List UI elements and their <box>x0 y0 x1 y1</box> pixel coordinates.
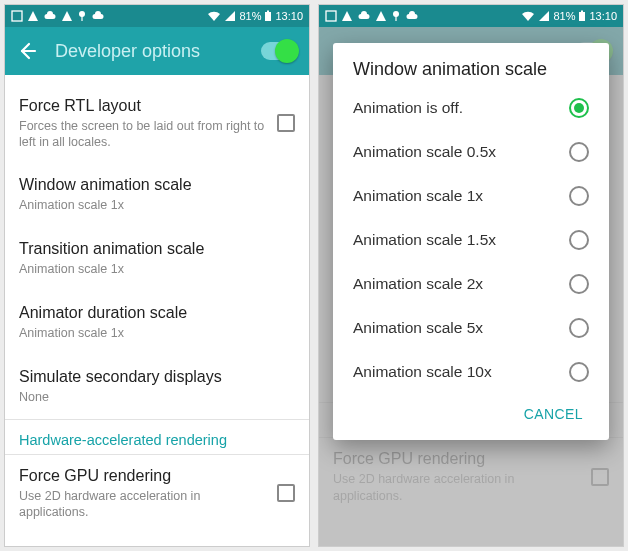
cloud-icon <box>91 10 105 22</box>
cancel-button[interactable]: CANCEL <box>516 400 591 428</box>
radio-option[interactable]: Animation scale 10x <box>333 350 609 394</box>
setting-force-rtl[interactable]: Force RTL layout Forces the screen to be… <box>5 85 309 162</box>
battery-text: 81% <box>553 10 575 22</box>
checkbox[interactable] <box>277 484 295 502</box>
radio-option[interactable]: Animation scale 1.5x <box>333 218 609 262</box>
svg-rect-4 <box>81 16 82 21</box>
location-icon <box>391 10 401 22</box>
checkbox <box>591 468 609 486</box>
screenshot-left: 81% 13:10 Developer options Force RTL la… <box>4 4 310 547</box>
clock-text: 13:10 <box>275 10 303 22</box>
cloud-icon <box>357 10 371 22</box>
status-left <box>11 10 105 22</box>
option-label: Animation scale 0.5x <box>353 143 569 161</box>
radio-icon[interactable] <box>569 362 589 382</box>
setting-title: Force GPU rendering <box>333 449 579 469</box>
setting-title: Transition animation scale <box>19 239 295 259</box>
svg-rect-16 <box>581 11 583 13</box>
setting-title: Force RTL layout <box>19 96 265 116</box>
actionbar: Developer options <box>5 27 309 75</box>
setting-sub: Use 2D hardware acceleration in applicat… <box>333 471 579 504</box>
status-right: 81% 13:10 <box>207 10 303 22</box>
page-title: Developer options <box>55 41 261 62</box>
dialog-window-animation-scale: Window animation scale Animation is off.… <box>333 43 609 440</box>
section-hw-rendering: Hardware-accelerated rendering <box>5 420 309 454</box>
option-label: Animation scale 10x <box>353 363 569 381</box>
cloud-icon <box>43 10 57 22</box>
option-label: Animation scale 2x <box>353 275 569 293</box>
warning-icon <box>341 10 353 22</box>
screenshot-icon <box>11 10 23 22</box>
setting-window-animation[interactable]: Window animation scale Animation scale 1… <box>5 162 309 226</box>
setting-transition-animation[interactable]: Transition animation scale Animation sca… <box>5 226 309 290</box>
setting-sub: Forces the screen to be laid out from ri… <box>19 118 265 151</box>
svg-marker-1 <box>28 11 38 21</box>
battery-icon <box>264 10 272 22</box>
screenshot-icon <box>325 10 337 22</box>
option-label: Animation scale 1.5x <box>353 231 569 249</box>
back-button[interactable] <box>17 41 37 61</box>
statusbar: 81% 13:10 <box>319 5 623 27</box>
setting-sub: None <box>19 389 295 405</box>
dialog-title: Window animation scale <box>333 59 609 86</box>
signal-icon <box>224 10 236 22</box>
option-label: Animation is off. <box>353 99 569 117</box>
setting-title: Window animation scale <box>19 175 295 195</box>
radio-icon[interactable] <box>569 142 589 162</box>
radio-option[interactable]: Animation scale 1x <box>333 174 609 218</box>
radio-icon[interactable] <box>569 230 589 250</box>
radio-option[interactable]: Animation is off. <box>333 86 609 130</box>
radio-icon[interactable] <box>569 318 589 338</box>
checkbox[interactable] <box>277 114 295 132</box>
screenshot-right: 81% 13:10 Developer options Fo le WA TrA… <box>318 4 624 547</box>
warning-icon <box>61 10 73 22</box>
svg-rect-0 <box>12 11 22 21</box>
svg-rect-9 <box>326 11 336 21</box>
radio-option[interactable]: Animation scale 2x <box>333 262 609 306</box>
setting-title: Force GPU rendering <box>19 466 265 486</box>
battery-icon <box>578 10 586 22</box>
clock-text: 13:10 <box>589 10 617 22</box>
svg-marker-10 <box>342 11 352 21</box>
location-icon <box>77 10 87 22</box>
setting-animator-duration[interactable]: Animator duration scale Animation scale … <box>5 290 309 354</box>
signal-icon <box>538 10 550 22</box>
option-label: Animation scale 5x <box>353 319 569 337</box>
clipped-item-sub <box>5 75 309 85</box>
radio-icon[interactable] <box>569 274 589 294</box>
cloud-icon <box>405 10 419 22</box>
svg-rect-13 <box>395 16 396 21</box>
svg-marker-14 <box>539 11 549 21</box>
radio-icon[interactable] <box>569 186 589 206</box>
svg-rect-6 <box>265 12 271 21</box>
setting-sub: Use 2D hardware acceleration in applicat… <box>19 488 265 521</box>
status-right: 81% 13:10 <box>521 10 617 22</box>
svg-marker-11 <box>376 11 386 21</box>
svg-marker-2 <box>62 11 72 21</box>
setting-force-gpu: Force GPU rendering Use 2D hardware acce… <box>319 438 623 515</box>
setting-simulate-displays[interactable]: Simulate secondary displays None <box>5 354 309 418</box>
svg-marker-5 <box>225 11 235 21</box>
settings-list: Force RTL layout Forces the screen to be… <box>5 75 309 531</box>
status-left <box>325 10 419 22</box>
radio-icon[interactable] <box>569 98 589 118</box>
master-toggle[interactable] <box>261 42 297 60</box>
warning-icon <box>27 10 39 22</box>
dialog-actions: CANCEL <box>333 394 609 432</box>
wifi-icon <box>521 10 535 22</box>
setting-sub: Animation scale 1x <box>19 197 295 213</box>
warning-icon <box>375 10 387 22</box>
battery-text: 81% <box>239 10 261 22</box>
statusbar: 81% 13:10 <box>5 5 309 27</box>
svg-rect-15 <box>579 12 585 21</box>
setting-force-gpu[interactable]: Force GPU rendering Use 2D hardware acce… <box>5 455 309 532</box>
setting-title: Simulate secondary displays <box>19 367 295 387</box>
svg-rect-7 <box>267 11 269 13</box>
option-label: Animation scale 1x <box>353 187 569 205</box>
radio-option[interactable]: Animation scale 0.5x <box>333 130 609 174</box>
radio-option[interactable]: Animation scale 5x <box>333 306 609 350</box>
setting-sub: Animation scale 1x <box>19 261 295 277</box>
setting-sub: Animation scale 1x <box>19 325 295 341</box>
wifi-icon <box>207 10 221 22</box>
setting-title: Animator duration scale <box>19 303 295 323</box>
